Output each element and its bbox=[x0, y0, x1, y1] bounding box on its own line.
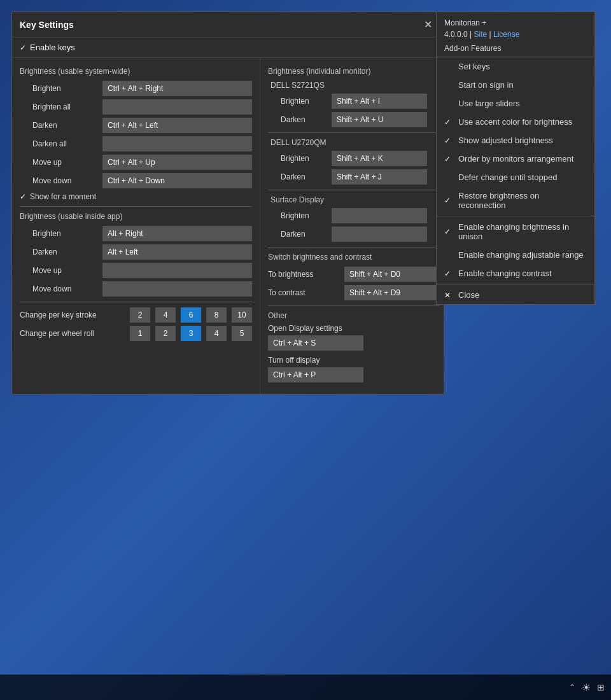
license-link[interactable]: License bbox=[493, 30, 519, 39]
context-item-restore-brightness[interactable]: ✓ Restore brightness on reconnection bbox=[437, 186, 594, 214]
taskbar-grid-icon[interactable]: ⊞ bbox=[597, 682, 605, 692]
to-contrast-label: To contrast bbox=[268, 288, 344, 297]
input-monitor3-darken[interactable] bbox=[332, 227, 427, 242]
divider-switch bbox=[268, 247, 440, 248]
turn-off-display-row: Turn off display bbox=[268, 356, 440, 382]
keystroke-btn-6[interactable]: 6 bbox=[181, 307, 201, 323]
context-item-brightness-unison[interactable]: ✓ Enable changing brightness in unison bbox=[437, 218, 594, 246]
site-link[interactable]: Site bbox=[474, 30, 488, 39]
key-row-brighten-all: Brighten all bbox=[20, 99, 252, 115]
input-monitor1-brighten[interactable] bbox=[332, 94, 427, 109]
start-sign-in-check bbox=[444, 81, 454, 90]
addon-label: Add-on Features bbox=[437, 43, 594, 57]
key-row-move-down-app: Move down bbox=[20, 281, 252, 297]
context-item-order-monitors[interactable]: ✓ Order by monitors arrangement bbox=[437, 150, 594, 168]
label-brighten-app: Brighten bbox=[20, 229, 102, 238]
key-row-move-down-system: Move down bbox=[20, 173, 252, 188]
monitor-1-name: DELL S2721QS bbox=[268, 81, 440, 90]
change-keystroke-row: Change per key stroke 2 4 6 8 10 bbox=[20, 307, 252, 323]
accent-color-check: ✓ bbox=[444, 118, 454, 127]
wheel-btn-1[interactable]: 1 bbox=[130, 326, 150, 341]
order-monitors-check: ✓ bbox=[444, 155, 454, 164]
input-move-up-app[interactable] bbox=[102, 263, 252, 278]
label-move-down-app: Move down bbox=[20, 284, 102, 293]
to-brightness-row: To brightness bbox=[268, 267, 440, 282]
key-row-move-up-app: Move up bbox=[20, 263, 252, 278]
show-adjusted-label: Show adjusted brightness bbox=[458, 136, 553, 145]
context-item-close[interactable]: ✕ Close bbox=[437, 286, 594, 304]
monitor1-darken-label: Darken bbox=[281, 115, 332, 124]
input-open-display[interactable] bbox=[268, 335, 363, 351]
change-keystroke-label: Change per key stroke bbox=[20, 311, 125, 319]
context-divider-1 bbox=[437, 216, 594, 216]
key-row-move-up-system: Move up bbox=[20, 155, 252, 170]
input-darken-all[interactable] bbox=[102, 136, 252, 151]
context-item-adjustable-range[interactable]: Enable changing adjustable range bbox=[437, 246, 594, 264]
context-item-show-adjusted[interactable]: ✓ Show adjusted brightness bbox=[437, 131, 594, 150]
input-turn-off[interactable] bbox=[268, 367, 363, 382]
monitor3-darken-label: Darken bbox=[281, 230, 332, 239]
input-darken-app[interactable] bbox=[102, 244, 252, 260]
monitor1-brighten-label: Brighten bbox=[281, 97, 332, 106]
taskbar: ⌃ ☀ ⊞ bbox=[0, 675, 611, 700]
show-moment-check: ✓ bbox=[20, 192, 26, 201]
label-darken-app: Darken bbox=[20, 248, 102, 256]
panel-body: Brightness (usable system-wide) Brighten… bbox=[12, 58, 444, 394]
input-monitor2-darken[interactable] bbox=[332, 169, 427, 185]
change-wheel-label: Change per wheel roll bbox=[20, 329, 125, 338]
brightness-system-label: Brightness (usable system-wide) bbox=[20, 67, 252, 76]
enable-keys-check: ✓ bbox=[20, 43, 26, 52]
wheel-btn-5[interactable]: 5 bbox=[232, 326, 252, 341]
wheel-btn-2[interactable]: 2 bbox=[155, 326, 176, 341]
context-item-set-keys[interactable]: Set keys bbox=[437, 57, 594, 76]
label-darken-system: Darken bbox=[20, 121, 102, 130]
input-monitor1-darken[interactable] bbox=[332, 112, 427, 127]
brightness-app-label: Brightness (usable inside app) bbox=[20, 212, 252, 221]
input-brighten-all[interactable] bbox=[102, 99, 252, 115]
context-item-accent-color[interactable]: ✓ Use accent color for brightness bbox=[437, 113, 594, 131]
restore-brightness-label: Restore brightness on reconnection bbox=[458, 191, 587, 210]
context-item-large-sliders[interactable]: Use large sliders bbox=[437, 94, 594, 113]
show-moment-label[interactable]: Show for a moment bbox=[30, 192, 96, 201]
taskbar-chevron-icon[interactable]: ⌃ bbox=[569, 683, 575, 692]
input-darken-system[interactable] bbox=[102, 118, 252, 133]
brightness-individual-label: Brightness (individual monitor) bbox=[268, 67, 440, 76]
input-brighten-system[interactable] bbox=[102, 81, 252, 96]
context-divider-2 bbox=[437, 284, 594, 284]
input-to-brightness[interactable] bbox=[344, 267, 440, 282]
other-label: Other bbox=[268, 311, 440, 320]
context-item-defer-change[interactable]: Defer change until stopped bbox=[437, 168, 594, 186]
show-moment-row: ✓ Show for a moment bbox=[20, 192, 252, 201]
to-brightness-label: To brightness bbox=[268, 270, 344, 279]
input-move-up-system[interactable] bbox=[102, 155, 252, 170]
key-row-darken-all: Darken all bbox=[20, 136, 252, 151]
taskbar-brightness-icon[interactable]: ☀ bbox=[582, 682, 591, 694]
close-x-icon: ✕ bbox=[444, 291, 454, 300]
keystroke-btn-10[interactable]: 10 bbox=[232, 307, 252, 323]
input-brighten-app[interactable] bbox=[102, 226, 252, 241]
panel-close-button[interactable]: ✕ bbox=[420, 17, 436, 32]
enable-keys-label[interactable]: Enable keys bbox=[30, 43, 75, 52]
label-move-down-system: Move down bbox=[20, 176, 102, 185]
input-monitor3-brighten[interactable] bbox=[332, 208, 427, 223]
enable-contrast-label: Enable changing contrast bbox=[458, 269, 552, 278]
context-item-start-sign-in[interactable]: Start on sign in bbox=[437, 76, 594, 94]
input-monitor2-brighten[interactable] bbox=[332, 151, 427, 166]
to-contrast-row: To contrast bbox=[268, 285, 440, 300]
open-display-settings-row: Open Display settings bbox=[268, 324, 440, 351]
context-item-enable-contrast[interactable]: ✓ Enable changing contrast bbox=[437, 264, 594, 283]
adjustable-range-label: Enable changing adjustable range bbox=[458, 250, 584, 260]
wheel-btn-3[interactable]: 3 bbox=[181, 326, 201, 341]
keystroke-btn-8[interactable]: 8 bbox=[206, 307, 227, 323]
wheel-btn-4[interactable]: 4 bbox=[206, 326, 227, 341]
keystroke-btn-4[interactable]: 4 bbox=[155, 307, 176, 323]
set-keys-label: Set keys bbox=[458, 62, 490, 71]
input-move-down-app[interactable] bbox=[102, 281, 252, 297]
change-wheel-row: Change per wheel roll 1 2 3 4 5 bbox=[20, 326, 252, 341]
input-to-contrast[interactable] bbox=[344, 285, 440, 300]
keystroke-btn-2[interactable]: 2 bbox=[130, 307, 150, 323]
left-column: Brightness (usable system-wide) Brighten… bbox=[12, 58, 260, 394]
brightness-unison-label: Enable changing brightness in unison bbox=[458, 222, 587, 241]
input-move-down-system[interactable] bbox=[102, 173, 252, 188]
divider-2 bbox=[20, 302, 252, 302]
